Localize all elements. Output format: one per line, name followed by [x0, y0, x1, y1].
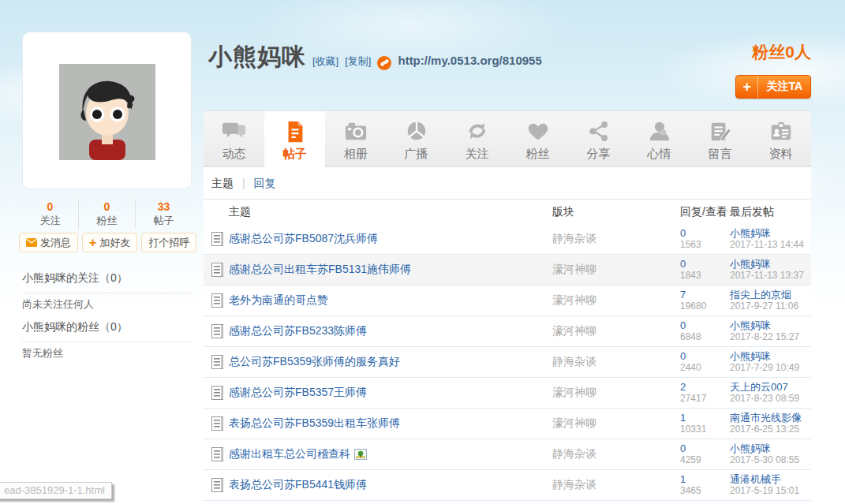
- thread-link[interactable]: 感谢总公司苏FB5087沈兵师傅: [229, 232, 552, 246]
- tab-dongtai-label: 动态: [222, 147, 246, 162]
- last-poster-link[interactable]: 南通市光线影像: [730, 412, 811, 424]
- last-poster-link[interactable]: 小熊妈咪: [730, 319, 811, 331]
- last-poster-link[interactable]: 小熊妈咪: [730, 350, 811, 362]
- send-message-label: 发消息: [40, 236, 71, 250]
- stat-following[interactable]: 0 关注: [22, 199, 79, 229]
- tab-guanzhu[interactable]: 关注: [447, 111, 507, 168]
- fans-empty-text: 暂无粉丝: [22, 346, 192, 360]
- tab-fensi[interactable]: 粉丝: [507, 111, 568, 168]
- table-row: 感谢总公司苏FB5087沈兵师傅 静海杂谈 01563 小熊妈咪2017-11-…: [204, 224, 811, 255]
- topic-icon: [211, 232, 223, 246]
- follow-plus-icon: +: [736, 76, 758, 98]
- share-icon: [587, 120, 611, 144]
- header-subject: 主题: [229, 205, 552, 219]
- topic-icon: [211, 478, 223, 492]
- topic-icon: [211, 263, 223, 277]
- forum-link[interactable]: 濠河神聊: [552, 386, 680, 400]
- table-row: 感谢总公司苏FB5357王师傅 濠河神聊 227417 天上的云0072017-…: [204, 378, 811, 409]
- tab-fensi-label: 粉丝: [526, 147, 550, 162]
- thread-link[interactable]: 感谢总公司苏FB5233陈师傅: [229, 324, 552, 338]
- forum-link[interactable]: 濠河神聊: [552, 293, 680, 308]
- last-post-cell: 小熊妈咪2017-5-30 08:55: [730, 442, 811, 466]
- say-hi-label: 打个招呼: [148, 236, 189, 250]
- image-attachment-icon: [354, 449, 367, 460]
- thread-link[interactable]: 感谢出租车总公司稽查科: [229, 447, 552, 461]
- tab-xinqing[interactable]: 心情: [629, 111, 690, 168]
- replies-views-cell: 02440: [680, 350, 730, 374]
- thread-link[interactable]: 感谢总公司出租车苏FB5131施伟师傅: [229, 263, 552, 277]
- refresh-icon: [465, 120, 489, 144]
- replies-views-cell: 04259: [680, 442, 730, 466]
- last-poster-link[interactable]: 小熊妈咪: [730, 227, 811, 239]
- forum-link[interactable]: 濠河神聊: [552, 416, 680, 431]
- stat-fans[interactable]: 0 粉丝: [79, 199, 136, 229]
- last-post-cell: 小熊妈咪2017-8-22 15:27: [730, 319, 811, 343]
- add-friend-button[interactable]: + 加好友: [82, 233, 137, 252]
- replies-views-cell: 13465: [680, 473, 730, 497]
- thread-link[interactable]: 表扬总公司苏FB5359出租车张师傅: [229, 416, 552, 431]
- subtabs: 主题 | 回复: [204, 167, 811, 200]
- forum-link[interactable]: 濠河神聊: [552, 263, 680, 277]
- last-poster-link[interactable]: 小熊妈咪: [730, 258, 811, 270]
- page-title: 小熊妈咪: [208, 41, 306, 73]
- tab-tiezi[interactable]: 帖子: [264, 111, 325, 172]
- stat-posts-value: 33: [136, 200, 192, 214]
- follow-button-label: 关注TA: [758, 76, 810, 98]
- table-row-highlighted: 感谢总公司出租车苏FB5131施伟师傅 濠河神聊 01843 小熊妈咪2017-…: [204, 255, 811, 286]
- favorite-link[interactable]: [收藏]: [312, 54, 338, 69]
- sidebar-action-buttons: 发消息 + 加好友 打个招呼: [19, 233, 197, 252]
- profile-header: 小熊妈咪 [收藏] [复制] http://my.0513.org/810955: [208, 41, 542, 73]
- forum-link[interactable]: 静海杂谈: [552, 478, 680, 492]
- forum-link[interactable]: 静海杂谈: [552, 355, 680, 369]
- stat-posts[interactable]: 33 帖子: [136, 199, 192, 229]
- forum-link[interactable]: 濠河神聊: [552, 324, 680, 338]
- stat-fans-label: 粉丝: [79, 214, 135, 227]
- tab-liuyan-label: 留言: [709, 147, 732, 162]
- person-icon: [648, 120, 671, 144]
- forum-link[interactable]: 静海杂谈: [552, 447, 680, 461]
- subtab-replies[interactable]: 回复: [253, 177, 275, 189]
- subtab-topics[interactable]: 主题: [211, 177, 234, 189]
- tab-liuyan[interactable]: 留言: [690, 111, 750, 168]
- browser-status-tooltip: ead-3851929-1-1.html: [0, 482, 112, 499]
- fans-section-title: 小熊妈咪的粉丝（0）: [22, 320, 192, 342]
- profile-stats: 0 关注 0 粉丝 33 帖子: [22, 199, 192, 229]
- replies-views-cell: 227417: [680, 381, 730, 405]
- tab-xiangce[interactable]: 相册: [325, 111, 386, 168]
- topic-icon: [211, 416, 223, 431]
- tab-guangbo[interactable]: 广播: [386, 111, 447, 168]
- last-poster-link[interactable]: 通港机械手: [730, 473, 811, 485]
- forum-link[interactable]: 静海杂谈: [552, 232, 680, 246]
- replies-views-cell: 06848: [680, 319, 730, 343]
- table-row: 表扬总公司苏FB5359出租车张师傅 濠河神聊 110331 南通市光线影像20…: [204, 409, 811, 439]
- tab-fenxiang[interactable]: 分享: [568, 111, 629, 168]
- table-row: 感谢总公司苏FB5233陈师傅 濠河神聊 06848 小熊妈咪2017-8-22…: [204, 316, 811, 347]
- last-post-cell: 小熊妈咪2017-11-13 13:37: [730, 258, 811, 282]
- thread-link[interactable]: 老外为南通的哥点赞: [229, 293, 552, 308]
- tab-xiangce-label: 相册: [344, 147, 368, 162]
- thread-link[interactable]: 感谢总公司苏FB5357王师傅: [229, 386, 552, 400]
- avatar-card: [22, 32, 192, 189]
- tab-dongtai[interactable]: 动态: [204, 111, 264, 168]
- follow-ta-button[interactable]: + 关注TA: [735, 75, 811, 99]
- last-poster-link[interactable]: 天上的云007: [730, 381, 811, 393]
- avatar: [59, 64, 155, 160]
- last-poster-link[interactable]: 指尖上的京烟: [730, 289, 811, 301]
- envelope-icon: [26, 238, 37, 247]
- copy-link[interactable]: [复制]: [345, 54, 371, 69]
- table-row: 表扬总公司苏FB5441钱师傅 静海杂谈 13465 通港机械手2017-5-1…: [204, 470, 811, 501]
- tab-tiezi-label: 帖子: [283, 147, 307, 162]
- following-empty-text: 尚未关注任何人: [22, 297, 192, 312]
- header-replies-views: 回复/查看: [680, 205, 730, 219]
- thread-link[interactable]: 表扬总公司苏FB5441钱师傅: [229, 478, 552, 492]
- table-row: 总公司苏FB5359张师傅的服务真好 静海杂谈 02440 小熊妈咪2017-7…: [204, 347, 811, 378]
- send-message-button[interactable]: 发消息: [19, 233, 78, 252]
- topic-icon: [211, 447, 223, 461]
- last-post-cell: 天上的云0072017-8-23 08:59: [730, 381, 811, 405]
- say-hi-button[interactable]: 打个招呼: [141, 233, 196, 252]
- tab-ziliao[interactable]: 资料: [750, 111, 811, 168]
- last-poster-link[interactable]: 小熊妈咪: [730, 442, 811, 454]
- table-row: 老外为南通的哥点赞 濠河神聊 719680 指尖上的京烟2017-9-27 11…: [204, 286, 811, 316]
- following-section-title: 小熊妈咪的关注（0）: [22, 271, 192, 293]
- thread-link[interactable]: 总公司苏FB5359张师傅的服务真好: [229, 355, 552, 369]
